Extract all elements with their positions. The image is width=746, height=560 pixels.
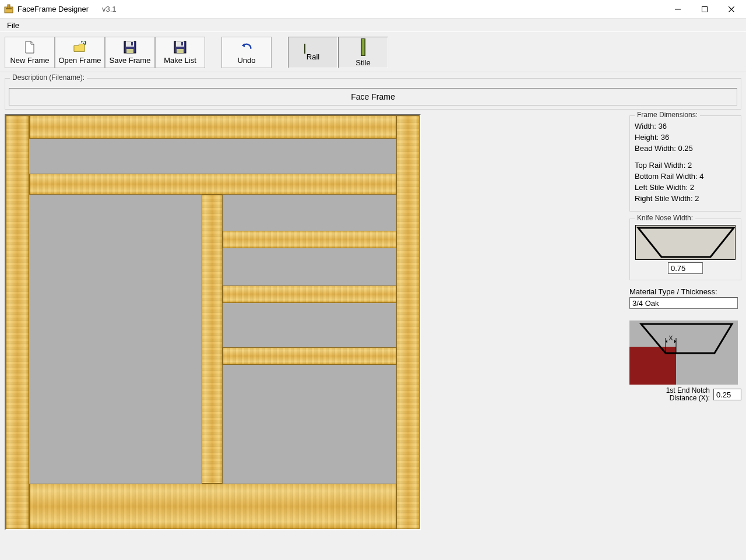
toolbar-label: Undo: [237, 56, 255, 65]
dim-bead: Bead Width: 0.25: [635, 144, 736, 153]
titlebar: FaceFrame Designer v3.1: [0, 0, 746, 19]
material-label: Material Type / Thickness:: [629, 287, 741, 296]
frame-dimensions-legend: Frame Dimensions:: [635, 111, 700, 119]
dim-top-rail: Top Rail Width: 2: [635, 161, 736, 170]
undo-icon: [240, 41, 253, 54]
app-title: FaceFrame Designer: [17, 5, 89, 13]
end-notch-input[interactable]: [713, 389, 741, 400]
description-legend: Description (Filename):: [10, 73, 87, 82]
undo-button[interactable]: Undo: [221, 37, 272, 68]
dim-right-stile: Right Stile Width: 2: [635, 194, 736, 203]
open-frame-button[interactable]: Open Frame: [55, 37, 105, 68]
dim-bottom-rail: Bottom Rail Width: 4: [635, 172, 736, 181]
bottom-rail[interactable]: [29, 484, 396, 529]
top-rail[interactable]: [29, 115, 396, 139]
toolbar-label: Make List: [164, 56, 196, 65]
new-frame-button[interactable]: New Frame: [5, 37, 55, 68]
notch-label: 1st End Notch Distance (X):: [666, 387, 710, 402]
rail-icon: [304, 44, 322, 50]
minimize-button[interactable]: [664, 1, 691, 18]
make-list-button[interactable]: Make List: [155, 37, 205, 68]
svg-rect-1: [8, 5, 10, 8]
drawer-rail-1[interactable]: [223, 231, 396, 248]
dim-left-stile: Left Stile Width: 2: [635, 183, 736, 192]
knife-nose-legend: Knife Nose Width:: [635, 214, 695, 222]
stile-tool-toggle[interactable]: Stile: [338, 37, 388, 68]
open-folder-icon: [73, 41, 86, 54]
svg-rect-3: [702, 6, 708, 12]
right-stile[interactable]: [396, 115, 420, 529]
app-version: v3.1: [102, 5, 117, 13]
menu-file[interactable]: File: [2, 19, 24, 31]
stile-icon: [361, 38, 365, 56]
material-input[interactable]: [629, 297, 738, 309]
frame-canvas[interactable]: [5, 114, 421, 530]
menubar: File: [0, 19, 746, 31]
description-group: Description (Filename):: [5, 78, 741, 110]
svg-rect-2: [6, 8, 12, 9]
svg-rect-10: [177, 49, 184, 53]
notch-x-annotation: X: [668, 334, 673, 341]
maximize-button[interactable]: [691, 1, 718, 18]
toolbar: New Frame Open Frame Save Frame Make Lis…: [0, 31, 746, 72]
svg-rect-7: [131, 42, 133, 45]
svg-marker-12: [638, 228, 734, 257]
left-stile[interactable]: [6, 115, 29, 529]
new-file-icon: [23, 41, 36, 54]
toolbar-label: Save Frame: [110, 56, 151, 65]
knife-nose-input[interactable]: [668, 262, 703, 274]
drawer-rail-2[interactable]: [223, 286, 396, 303]
end-notch-diagram: X: [629, 320, 738, 385]
app-icon: [3, 4, 14, 15]
description-input[interactable]: [9, 88, 737, 105]
svg-rect-6: [126, 49, 133, 53]
toolbar-label: Stile: [356, 58, 370, 67]
center-stile[interactable]: [202, 195, 223, 484]
svg-rect-11: [181, 42, 183, 45]
save-icon: [124, 41, 136, 54]
dim-width: Width: 36: [635, 122, 736, 131]
toolbar-label: New Frame: [10, 56, 49, 65]
dim-height: Height: 36: [635, 133, 736, 142]
knife-nose-group: Knife Nose Width:: [629, 219, 741, 280]
toolbar-label: Rail: [307, 52, 319, 61]
rail-tool-toggle[interactable]: Rail: [288, 37, 338, 68]
knife-diagram: [635, 225, 736, 260]
frame-dimensions-group: Frame Dimensions: Width: 36 Height: 36 B…: [629, 115, 741, 212]
drawer-rail-3[interactable]: [223, 347, 396, 365]
mid-rail-1[interactable]: [29, 174, 396, 195]
close-button[interactable]: [718, 1, 745, 18]
save-frame-button[interactable]: Save Frame: [105, 37, 155, 68]
toolbar-label: Open Frame: [59, 56, 101, 65]
save-list-icon: [174, 41, 186, 54]
